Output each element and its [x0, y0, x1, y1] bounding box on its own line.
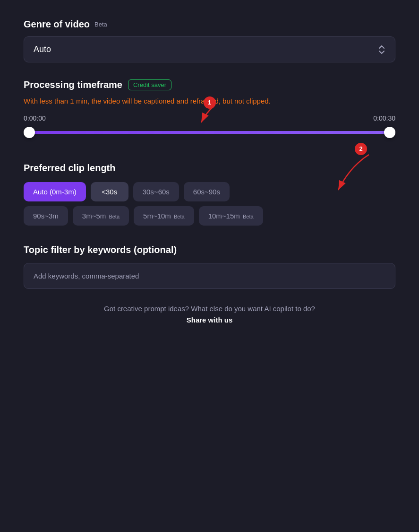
- footer-prompt-text: Got creative prompt ideas? What else do …: [104, 305, 315, 313]
- slider-container: 1 2: [24, 114, 395, 139]
- genre-title: Genre of video: [24, 19, 90, 30]
- clip-btn-30s[interactable]: <30s: [91, 182, 128, 201]
- keywords-input[interactable]: [24, 263, 395, 289]
- clip-btn-60-90s[interactable]: 60s~90s: [184, 182, 230, 201]
- clip-btn-3m-5m[interactable]: 3m~5m Beta: [73, 206, 129, 226]
- slider-track: [24, 131, 395, 134]
- footer: Got creative prompt ideas? What else do …: [24, 303, 395, 326]
- chevron-updown-icon: [378, 45, 385, 54]
- main-container: Genre of video Beta Auto Processing time…: [0, 0, 419, 532]
- clip-btn-30-60s[interactable]: 30s~60s: [133, 182, 179, 201]
- annotation-1-group: 1: [204, 96, 216, 109]
- clip-btn-5m-10m[interactable]: 5m~10m Beta: [134, 206, 194, 226]
- processing-title: Processing timeframe: [24, 79, 122, 90]
- annotation-2-group: 2: [355, 143, 367, 155]
- topic-section: Topic filter by keywords (optional): [24, 244, 395, 289]
- clip-btn-90s-3m[interactable]: 90s~3m: [24, 206, 68, 226]
- genre-dropdown[interactable]: Auto: [24, 36, 395, 62]
- annotation-arrow-1: [199, 106, 222, 125]
- annotation-arrow-2: [336, 152, 383, 195]
- slider-track-wrapper[interactable]: [24, 126, 395, 139]
- clip-title: Preferred clip length: [24, 163, 116, 174]
- slider-thumb-left[interactable]: [24, 127, 35, 138]
- share-with-us-link[interactable]: Share with us: [24, 314, 395, 326]
- genre-dropdown-value: Auto: [34, 44, 51, 54]
- processing-section: Processing timeframe Credit saver With l…: [24, 79, 395, 139]
- credit-saver-badge: Credit saver: [128, 79, 171, 90]
- clip-buttons-row-2: 90s~3m 3m~5m Beta 5m~10m Beta 10m~15m Be…: [24, 206, 395, 226]
- slider-start-label: 0:00:00: [24, 114, 46, 122]
- topic-title: Topic filter by keywords (optional): [24, 244, 177, 255]
- slider-thumb-right[interactable]: [384, 127, 395, 138]
- genre-section-header: Genre of video Beta: [24, 19, 395, 30]
- clip-btn-auto[interactable]: Auto (0m-3m): [24, 182, 86, 201]
- genre-beta-badge: Beta: [94, 21, 107, 28]
- clip-btn-10m-15m[interactable]: 10m~15m Beta: [199, 206, 263, 226]
- timeframe-header: Processing timeframe Credit saver: [24, 79, 395, 90]
- slider-end-label: 0:00:30: [373, 114, 395, 122]
